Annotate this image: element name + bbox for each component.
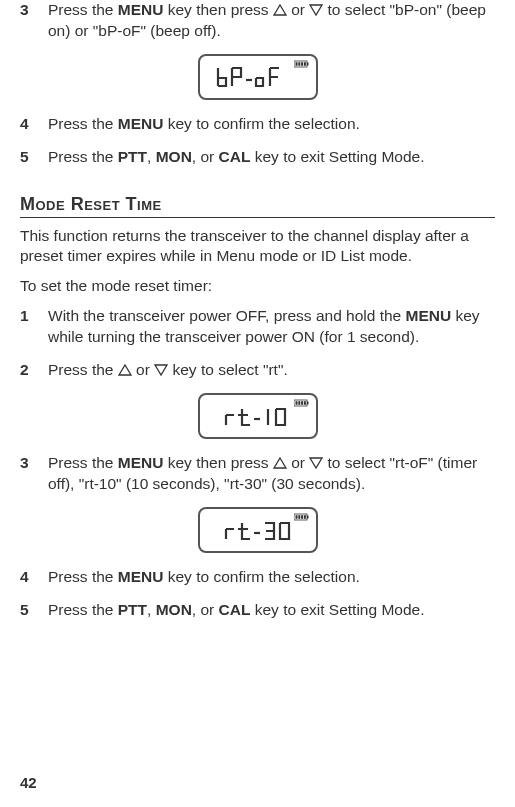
text: With the transceiver power OFF, press an…: [48, 307, 406, 324]
text: Press the: [48, 1, 118, 18]
menu-key: MENU: [118, 1, 164, 18]
text: Press the: [48, 601, 118, 618]
step-text: Press the MENU key to confirm the select…: [48, 567, 495, 588]
step-number: 4: [20, 114, 48, 135]
text: key then press: [163, 1, 272, 18]
cal-key: CAL: [219, 601, 251, 618]
lcd-text: [208, 401, 308, 431]
step-number: 5: [20, 147, 48, 168]
lcd-display-rt10: [20, 393, 495, 439]
text: ,: [147, 148, 156, 165]
mon-key: MON: [156, 601, 192, 618]
step-number: 1: [20, 306, 48, 348]
text: key to confirm the selection.: [163, 115, 359, 132]
step-5: 5 Press the PTT, MON, or CAL key to exit…: [20, 147, 495, 168]
text: Press the: [48, 568, 118, 585]
step-5b: 5 Press the PTT, MON, or CAL key to exit…: [20, 600, 495, 621]
battery-icon: [294, 399, 310, 407]
step-text: Press the PTT, MON, or CAL key to exit S…: [48, 600, 495, 621]
mon-key: MON: [156, 148, 192, 165]
text: key then press: [163, 454, 272, 471]
step-text: Press the or key to select "rt".: [48, 360, 495, 381]
page-number: 42: [20, 774, 37, 791]
battery-icon: [294, 60, 310, 68]
text: key to exit Setting Mode.: [250, 148, 424, 165]
text: or: [132, 361, 154, 378]
text: key to confirm the selection.: [163, 568, 359, 585]
intro-paragraph: This function returns the transceiver to…: [20, 226, 495, 266]
step-1: 1 With the transceiver power OFF, press …: [20, 306, 495, 348]
menu-key: MENU: [118, 568, 164, 585]
text: Press the: [48, 361, 118, 378]
step-3: 3 Press the MENU key then press or to se…: [20, 0, 495, 42]
step-text: Press the MENU key to confirm the select…: [48, 114, 495, 135]
text: or: [287, 454, 309, 471]
down-arrow-icon: [309, 1, 323, 13]
menu-key: MENU: [118, 115, 164, 132]
step-2: 2 Press the or key to select "rt".: [20, 360, 495, 381]
up-arrow-icon: [273, 454, 287, 466]
step-text: Press the MENU key then press or to sele…: [48, 0, 495, 42]
lcd-text: [208, 62, 308, 92]
text: Press the: [48, 115, 118, 132]
down-arrow-icon: [309, 454, 323, 466]
text: , or: [192, 148, 219, 165]
step-text: Press the MENU key then press or to sele…: [48, 453, 495, 495]
text: key to select "rt".: [168, 361, 288, 378]
text: key to exit Setting Mode.: [250, 601, 424, 618]
step-text: With the transceiver power OFF, press an…: [48, 306, 495, 348]
lcd-display-rt30: [20, 507, 495, 553]
lead-paragraph: To set the mode reset timer:: [20, 276, 495, 296]
lcd-display-bpof: [20, 54, 495, 100]
menu-key: MENU: [118, 454, 164, 471]
step-3b: 3 Press the MENU key then press or to se…: [20, 453, 495, 495]
step-number: 3: [20, 0, 48, 42]
text: Press the: [48, 454, 118, 471]
step-number: 3: [20, 453, 48, 495]
up-arrow-icon: [118, 361, 132, 373]
up-arrow-icon: [273, 1, 287, 13]
step-number: 5: [20, 600, 48, 621]
text: Press the: [48, 148, 118, 165]
section-title-mode-reset: Mode Reset Time: [20, 194, 495, 218]
down-arrow-icon: [154, 361, 168, 373]
step-4: 4 Press the MENU key to confirm the sele…: [20, 114, 495, 135]
cal-key: CAL: [219, 148, 251, 165]
text: or: [287, 1, 309, 18]
battery-icon: [294, 513, 310, 521]
text: ,: [147, 601, 156, 618]
step-4b: 4 Press the MENU key to confirm the sele…: [20, 567, 495, 588]
lcd-text: [208, 515, 308, 545]
ptt-key: PTT: [118, 148, 147, 165]
step-number: 4: [20, 567, 48, 588]
text: , or: [192, 601, 219, 618]
step-text: Press the PTT, MON, or CAL key to exit S…: [48, 147, 495, 168]
ptt-key: PTT: [118, 601, 147, 618]
menu-key: MENU: [406, 307, 452, 324]
step-number: 2: [20, 360, 48, 381]
